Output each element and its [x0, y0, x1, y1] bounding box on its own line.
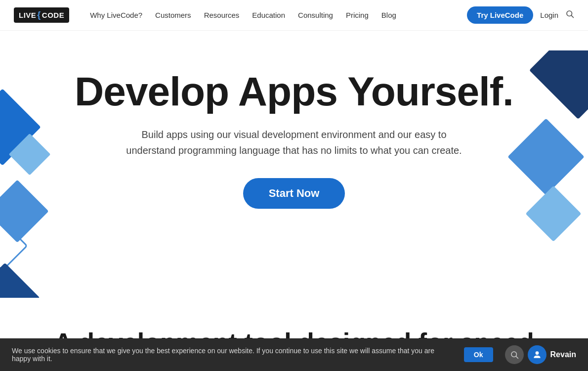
nav-menu: Why LiveCode? Customers Resources Educat…	[85, 11, 467, 20]
start-now-button[interactable]: Start Now	[243, 178, 345, 209]
revain-label: Revain	[550, 350, 576, 359]
hero-heading: Develop Apps Yourself.	[10, 70, 578, 113]
svg-line-11	[516, 356, 518, 358]
navbar: LIVE{CODE Why LiveCode? Customers Resour…	[0, 0, 588, 31]
revain-branding: Revain	[501, 345, 576, 364]
nav-item-why-livecode[interactable]: Why LiveCode?	[85, 8, 147, 22]
logo[interactable]: LIVE{CODE	[14, 7, 69, 23]
svg-rect-8	[507, 118, 585, 195]
nav-item-resources[interactable]: Resources	[199, 8, 245, 22]
svg-point-12	[535, 351, 539, 355]
decorative-diamonds-right	[504, 50, 588, 248]
svg-rect-7	[529, 50, 588, 119]
revain-avatar	[528, 345, 546, 364]
nav-item-customers[interactable]: Customers	[150, 8, 196, 22]
cookie-ok-button[interactable]: Ok	[464, 347, 493, 362]
svg-rect-9	[525, 186, 581, 241]
nav-item-pricing[interactable]: Pricing	[341, 8, 374, 22]
svg-rect-3	[0, 180, 49, 242]
decorative-diamonds-left	[0, 60, 69, 298]
nav-item-education[interactable]: Education	[247, 8, 290, 22]
svg-rect-5	[0, 263, 40, 298]
hero-section: Develop Apps Yourself. Build apps using …	[0, 31, 588, 298]
svg-line-1	[571, 15, 573, 17]
search-button[interactable]	[565, 9, 574, 21]
nav-item-blog[interactable]: Blog	[377, 8, 401, 22]
hero-subheading: Build apps using our visual development …	[126, 127, 462, 158]
nav-item-consulting[interactable]: Consulting	[293, 8, 338, 22]
login-button[interactable]: Login	[540, 11, 558, 19]
try-livecode-button[interactable]: Try LiveCode	[467, 6, 533, 24]
nav-actions: Try LiveCode Login	[467, 6, 574, 24]
cookie-message: We use cookies to ensure that we give yo…	[12, 347, 454, 363]
cookie-banner: We use cookies to ensure that we give yo…	[0, 338, 588, 371]
revain-search-icon	[505, 345, 524, 364]
